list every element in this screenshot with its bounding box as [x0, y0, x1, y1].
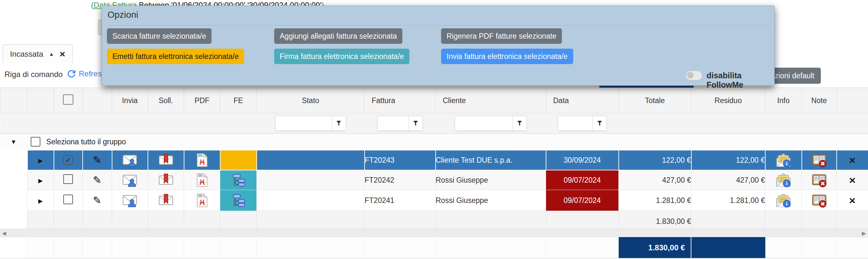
- refresh-link[interactable]: Refresh: [66, 69, 106, 79]
- scroll-left-icon[interactable]: ◀: [2, 229, 6, 237]
- filter-cliente-input[interactable]: [455, 116, 513, 131]
- row-close-icon[interactable]: ×: [849, 174, 856, 186]
- header-soll[interactable]: Soll.: [148, 88, 184, 113]
- sollecito-icon[interactable]: [159, 193, 174, 208]
- info-mail-icon[interactable]: [775, 192, 792, 209]
- fe-status-cell-teal[interactable]: [220, 170, 257, 190]
- send-invoice-icon[interactable]: [122, 193, 137, 208]
- scroll-right-icon[interactable]: ▶: [862, 229, 866, 237]
- pdf-icon[interactable]: [195, 173, 210, 187]
- row-close-icon[interactable]: ×: [849, 194, 856, 207]
- header-cliente[interactable]: Cliente: [436, 88, 546, 113]
- header-invia[interactable]: Invia: [112, 88, 148, 113]
- aggiungi-allegati-button[interactable]: Aggiungi allegati fattura selezionata: [274, 28, 402, 44]
- send-invoice-icon[interactable]: [122, 153, 137, 168]
- fe-xml-icon[interactable]: [231, 173, 246, 187]
- filter-stato-input[interactable]: [275, 116, 332, 131]
- modal-title: Opzioni: [107, 10, 138, 20]
- row-close-icon[interactable]: ×: [849, 154, 856, 166]
- fattura-cell: FT20241: [365, 190, 436, 211]
- sollecito-icon[interactable]: [159, 173, 174, 187]
- filter-cliente-funnel-button[interactable]: [513, 116, 527, 131]
- fattura-cell: FT20242: [365, 170, 436, 190]
- header-select-all[interactable]: [54, 88, 83, 113]
- funnel-icon: [516, 119, 523, 127]
- collapse-group-icon[interactable]: ▼: [11, 139, 17, 145]
- header-edit: [83, 88, 112, 113]
- header-stato[interactable]: Stato: [257, 88, 365, 113]
- tab-close-icon[interactable]: ×: [60, 49, 66, 59]
- row-checkbox[interactable]: [63, 194, 73, 204]
- filter-stato-funnel-button[interactable]: [332, 116, 346, 131]
- tab-incassata[interactable]: Incassata ▲ ×: [3, 44, 73, 63]
- info-mail-icon[interactable]: [775, 172, 792, 188]
- note-book-icon[interactable]: [811, 192, 827, 209]
- invia-fe-button[interactable]: Invia fattura elettronica selezionata/e: [441, 49, 573, 64]
- header-fe[interactable]: FE: [220, 88, 257, 113]
- header-expand: [27, 88, 54, 113]
- edit-pencil-icon[interactable]: ✎: [93, 194, 102, 207]
- select-all-checkbox[interactable]: [63, 95, 73, 105]
- note-book-icon[interactable]: [811, 172, 827, 188]
- open-paren: (: [91, 1, 94, 9]
- filter-data-input[interactable]: [558, 116, 592, 131]
- sort-asc-icon[interactable]: ▲: [49, 51, 54, 57]
- cliente-cell: Rossi Giuseppe: [436, 170, 546, 190]
- stato-cell: [257, 150, 365, 170]
- table-row[interactable]: ▶ ✓ ✎ FT20243 Cliente Test DUE s.p.a. 30…: [0, 150, 868, 170]
- table-row[interactable]: ▶ ✎ FT20241 Rossi Giuseppe 09/07/2024 1.…: [0, 190, 868, 211]
- rigenera-pdf-button[interactable]: Rigenera PDF fatture selezionate: [441, 28, 562, 44]
- select-group-checkbox[interactable]: [31, 137, 40, 147]
- footer-residuo-total: [691, 237, 765, 258]
- header-pdf[interactable]: PDF: [184, 88, 220, 113]
- residuo-cell: 122,00 €: [691, 150, 765, 170]
- header-info[interactable]: Info: [765, 88, 802, 113]
- residuo-cell: 1.281,00 €: [691, 190, 765, 211]
- pdf-icon[interactable]: [195, 193, 210, 208]
- disabilita-followme-toggle[interactable]: [686, 71, 702, 80]
- cliente-cell: Rossi Giuseppe: [436, 190, 546, 211]
- edit-pencil-icon[interactable]: ✎: [93, 154, 102, 166]
- row-checkbox[interactable]: [63, 174, 73, 184]
- totale-cell: 427,00 €: [619, 170, 691, 190]
- header-note[interactable]: Note: [802, 88, 837, 113]
- emetti-fe-button[interactable]: Emetti fattura elettronica selezionata/e: [107, 49, 244, 64]
- group-row: ▼ Seleziona tutto il gruppo: [0, 134, 868, 150]
- filter-fattura-input[interactable]: [377, 116, 408, 131]
- sollecito-icon[interactable]: [159, 153, 174, 168]
- header-residuo[interactable]: Residuo: [691, 88, 765, 113]
- header-fattura[interactable]: Fattura: [365, 88, 436, 113]
- modal-divider: [107, 25, 769, 26]
- footer-totals-row: 1.830,00 €: [0, 237, 868, 258]
- funnel-icon: [412, 119, 420, 127]
- fe-status-cell-yellow[interactable]: [220, 150, 257, 170]
- group-label: Seleziona tutto il gruppo: [46, 138, 126, 146]
- totale-cell: 122,00 €: [619, 150, 691, 170]
- header-data[interactable]: Data: [546, 88, 619, 113]
- fe-xml-icon[interactable]: [231, 193, 246, 208]
- info-mail-icon[interactable]: [775, 152, 792, 168]
- scarica-fatture-button[interactable]: Scarica fatture selezionata/e: [107, 28, 212, 44]
- expand-row-icon[interactable]: ▶: [38, 157, 43, 164]
- horizontal-scrollbar[interactable]: ◀ ▶: [0, 229, 868, 238]
- send-invoice-icon[interactable]: [122, 173, 137, 187]
- fattura-cell: FT20243: [365, 150, 436, 170]
- expand-row-icon[interactable]: ▶: [38, 178, 43, 184]
- filter-fattura-funnel-button[interactable]: [408, 116, 423, 131]
- data-cell: 30/09/2024: [546, 150, 619, 170]
- tab-incassata-label: Incassata: [10, 49, 43, 59]
- opzioni-modal: Opzioni Scarica fatture selezionata/e Ag…: [102, 5, 775, 86]
- filter-data-funnel-button[interactable]: [592, 116, 607, 131]
- note-book-icon[interactable]: [811, 152, 827, 168]
- firma-fe-button[interactable]: Firma fattura elettronica selezionata/e: [274, 49, 409, 64]
- pdf-icon[interactable]: [195, 153, 210, 168]
- fe-status-cell-teal[interactable]: [220, 190, 257, 211]
- data-cell-overdue: 09/07/2024: [546, 170, 619, 190]
- header-totale[interactable]: Totale: [619, 88, 691, 113]
- expand-row-icon[interactable]: ▶: [38, 198, 43, 204]
- table-row[interactable]: ▶ ✎ FT20242 Rossi Giuseppe 09/07/2024 42…: [0, 170, 868, 190]
- edit-pencil-icon[interactable]: ✎: [93, 174, 102, 186]
- header-close: [837, 88, 868, 113]
- row-checkbox-checked[interactable]: ✓: [63, 155, 73, 165]
- data-cell-overdue: 09/07/2024: [546, 190, 619, 211]
